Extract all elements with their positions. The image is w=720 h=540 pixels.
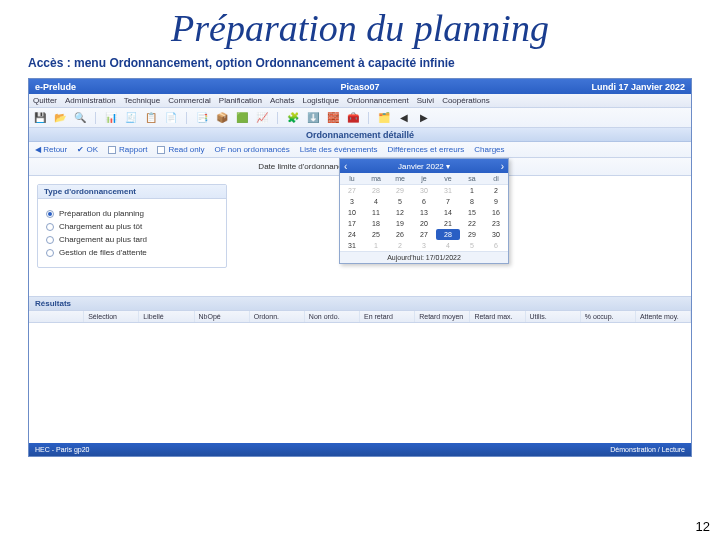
calendar-day[interactable]: 4	[364, 196, 388, 207]
calendar-day[interactable]: 13	[412, 207, 436, 218]
radio-option[interactable]: Préparation du planning	[46, 209, 218, 218]
toolbar-icon[interactable]: 💾	[33, 111, 47, 125]
differences-erreurs-link[interactable]: Différences et erreurs	[388, 145, 465, 154]
calendar-day[interactable]: 19	[388, 218, 412, 229]
menu-item[interactable]: Ordonnancement	[347, 96, 409, 105]
calendar-day[interactable]: 24	[340, 229, 364, 240]
app-window: e-Prelude Picaso07 Lundi 17 Janvier 2022…	[28, 78, 692, 457]
toolbar-icon[interactable]: 🧰	[346, 111, 360, 125]
calendar-day[interactable]: 12	[388, 207, 412, 218]
toolbar-icon[interactable]: ◀	[397, 111, 411, 125]
menu-item[interactable]: Suivi	[417, 96, 434, 105]
column-header[interactable]: NbOpé	[195, 311, 250, 322]
calendar-day[interactable]: 22	[460, 218, 484, 229]
radio-option[interactable]: Gestion de files d'attente	[46, 248, 218, 257]
menu-item[interactable]: Technique	[124, 96, 160, 105]
toolbar-icon[interactable]: 📊	[104, 111, 118, 125]
toolbar-icon[interactable]: 📈	[255, 111, 269, 125]
calendar-day[interactable]: 16	[484, 207, 508, 218]
toolbar-icon[interactable]: 🟩	[235, 111, 249, 125]
calendar-day[interactable]: 14	[436, 207, 460, 218]
column-header[interactable]: Ordonn.	[250, 311, 305, 322]
calendar-day[interactable]: 3	[412, 240, 436, 251]
calendar-day[interactable]: 15	[460, 207, 484, 218]
toolbar-icon[interactable]: 📦	[215, 111, 229, 125]
toolbar-icon[interactable]: 📑	[195, 111, 209, 125]
calendar-day[interactable]: 6	[484, 240, 508, 251]
toolbar-icon[interactable]: 📋	[144, 111, 158, 125]
column-header[interactable]: Libellé	[139, 311, 194, 322]
calendar-day[interactable]: 6	[412, 196, 436, 207]
calendar-day[interactable]: 31	[436, 185, 460, 196]
retour-button[interactable]: ◀ Retour	[35, 145, 67, 154]
menu-item[interactable]: Administration	[65, 96, 116, 105]
menu-item[interactable]: Coopérations	[442, 96, 490, 105]
calendar-day[interactable]: 28	[436, 229, 460, 240]
calendar-day[interactable]: 7	[436, 196, 460, 207]
toolbar-icon[interactable]: 🔍	[73, 111, 87, 125]
column-header[interactable]	[29, 311, 84, 322]
calendar-day[interactable]: 26	[388, 229, 412, 240]
calendar-day[interactable]: 2	[484, 185, 508, 196]
menu-item[interactable]: Quitter	[33, 96, 57, 105]
menu-item[interactable]: Achats	[270, 96, 294, 105]
calendar-day[interactable]: 30	[412, 185, 436, 196]
calendar-day[interactable]: 8	[460, 196, 484, 207]
column-header[interactable]: % occup.	[581, 311, 636, 322]
ok-button[interactable]: ✔ OK	[77, 145, 98, 154]
menu-item[interactable]: Planification	[219, 96, 262, 105]
calendar-month-label[interactable]: Janvier 2022 ▾	[398, 162, 450, 171]
toolbar-icon[interactable]: 🧩	[286, 111, 300, 125]
column-header[interactable]: En retard	[360, 311, 415, 322]
column-header[interactable]: Utilis.	[526, 311, 581, 322]
calendar-next-button[interactable]: ›	[501, 161, 504, 172]
toolbar-icon[interactable]: 🗂️	[377, 111, 391, 125]
calendar-day[interactable]: 23	[484, 218, 508, 229]
calendar-today-link[interactable]: Aujourd'hui: 17/01/2022	[340, 251, 508, 263]
radio-option[interactable]: Chargement au plus tôt	[46, 222, 218, 231]
radio-option[interactable]: Chargement au plus tard	[46, 235, 218, 244]
calendar-day[interactable]: 1	[460, 185, 484, 196]
column-header[interactable]: Non ordo.	[305, 311, 360, 322]
toolbar-icon[interactable]: ⬇️	[306, 111, 320, 125]
calendar-day[interactable]: 5	[460, 240, 484, 251]
calendar-day[interactable]: 25	[364, 229, 388, 240]
menu-item[interactable]: Logistique	[302, 96, 338, 105]
calendar-day[interactable]: 21	[436, 218, 460, 229]
rapport-checkbox[interactable]: Rapport	[108, 145, 147, 154]
titlebar: e-Prelude Picaso07 Lundi 17 Janvier 2022	[29, 79, 691, 94]
calendar-day[interactable]: 29	[388, 185, 412, 196]
column-header[interactable]: Retard moyen	[415, 311, 470, 322]
calendar-day[interactable]: 30	[484, 229, 508, 240]
calendar-day[interactable]: 11	[364, 207, 388, 218]
calendar-day[interactable]: 4	[436, 240, 460, 251]
calendar-prev-button[interactable]: ‹	[344, 161, 347, 172]
calendar-day[interactable]: 18	[364, 218, 388, 229]
column-header[interactable]: Retard max.	[470, 311, 525, 322]
toolbar-icon[interactable]: 📂	[53, 111, 67, 125]
calendar-day[interactable]: 10	[340, 207, 364, 218]
calendar-day[interactable]: 5	[388, 196, 412, 207]
calendar-day[interactable]: 3	[340, 196, 364, 207]
calendar-day[interactable]: 20	[412, 218, 436, 229]
charges-link[interactable]: Charges	[474, 145, 504, 154]
liste-evenements-link[interactable]: Liste des événements	[300, 145, 378, 154]
toolbar-icon[interactable]: 📄	[164, 111, 178, 125]
calendar-day[interactable]: 2	[388, 240, 412, 251]
calendar-day[interactable]: 9	[484, 196, 508, 207]
readonly-checkbox[interactable]: Read only	[157, 145, 204, 154]
calendar-day[interactable]: 28	[364, 185, 388, 196]
calendar-day[interactable]: 31	[340, 240, 364, 251]
menu-item[interactable]: Commercial	[168, 96, 211, 105]
toolbar-icon[interactable]: 🧾	[124, 111, 138, 125]
calendar-day[interactable]: 17	[340, 218, 364, 229]
of-non-ordo-link[interactable]: OF non ordonnancés	[215, 145, 290, 154]
calendar-day[interactable]: 29	[460, 229, 484, 240]
toolbar-icon[interactable]: ▶	[417, 111, 431, 125]
calendar-day[interactable]: 27	[412, 229, 436, 240]
column-header[interactable]: Attente moy.	[636, 311, 691, 322]
calendar-day[interactable]: 27	[340, 185, 364, 196]
toolbar-icon[interactable]: 🧱	[326, 111, 340, 125]
calendar-day[interactable]: 1	[364, 240, 388, 251]
column-header[interactable]: Sélection	[84, 311, 139, 322]
